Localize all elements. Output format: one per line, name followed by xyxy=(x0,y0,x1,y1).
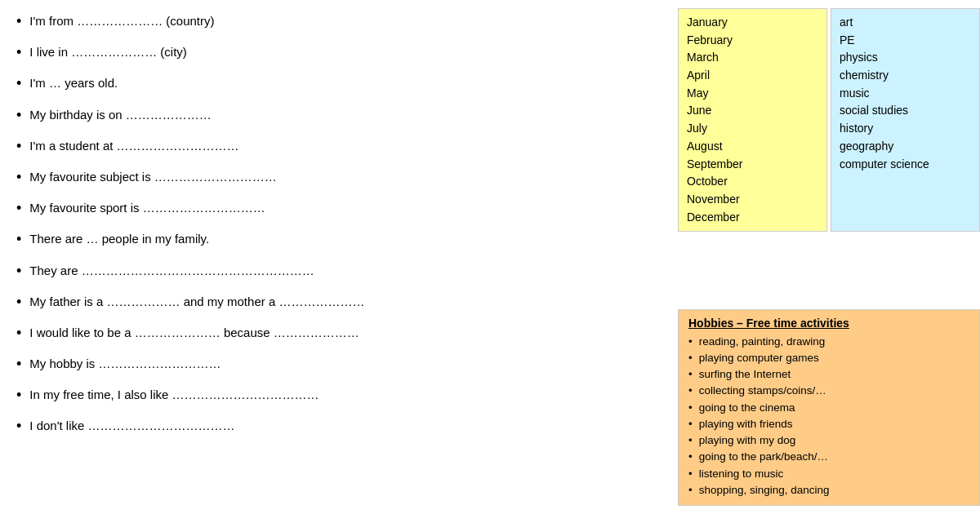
month-item: February xyxy=(687,32,818,50)
month-item: March xyxy=(687,49,818,67)
hobby-item: surfing the Internet xyxy=(688,366,969,383)
sentence-item: My birthday is on ………………… xyxy=(16,106,662,126)
left-column: I'm from ………………… (country)I live in …………… xyxy=(16,8,678,506)
subject-item: history xyxy=(840,120,971,138)
month-item: April xyxy=(687,67,818,85)
hobby-item: going to the cinema xyxy=(688,400,969,416)
month-item: May xyxy=(687,85,818,103)
month-item: November xyxy=(687,191,818,209)
hobby-item: collecting stamps/coins/… xyxy=(688,383,969,399)
sentence-item: I would like to be a ………………… because ………… xyxy=(16,324,662,343)
hobby-item: playing with friends xyxy=(688,416,969,432)
top-boxes: JanuaryFebruaryMarchAprilMayJuneJulyAugu… xyxy=(678,8,980,232)
months-box: JanuaryFebruaryMarchAprilMayJuneJulyAugu… xyxy=(678,8,827,232)
subject-item: social studies xyxy=(840,102,971,120)
hobbies-box: Hobbies – Free time activities reading, … xyxy=(678,309,980,507)
sentence-item: My favourite sport is ………………………… xyxy=(16,199,662,219)
month-item: August xyxy=(687,138,818,156)
subject-item: physics xyxy=(840,49,971,67)
hobby-item: listening to music xyxy=(688,466,969,482)
month-item: July xyxy=(687,120,818,138)
right-column: JanuaryFebruaryMarchAprilMayJuneJulyAugu… xyxy=(678,8,980,506)
subject-item: geography xyxy=(840,138,971,156)
month-item: December xyxy=(687,209,818,227)
sentence-item: I'm … years old. xyxy=(16,74,662,94)
sentence-item: In my free time, I also like ……………………………… xyxy=(16,386,662,405)
subject-item: music xyxy=(840,85,971,103)
subject-item: PE xyxy=(840,32,971,50)
hobby-item: shopping, singing, dancing xyxy=(688,482,969,498)
month-item: September xyxy=(687,156,818,174)
sentence-item: My hobby is ………………………… xyxy=(16,355,662,374)
hobby-item: playing computer games xyxy=(688,350,969,366)
hobby-item: going to the park/beach/… xyxy=(688,449,969,465)
sentence-item: There are … people in my family. xyxy=(16,230,662,250)
hobby-item: playing with my dog xyxy=(688,432,969,449)
sentence-item: I don't like ……………………………… xyxy=(16,417,662,436)
sentence-item: I'm from ………………… (country) xyxy=(16,12,662,32)
hobbies-list: reading, painting, drawingplaying comput… xyxy=(688,334,969,499)
sentence-item: I live in ………………… (city) xyxy=(16,43,662,63)
subject-item: art xyxy=(840,14,971,32)
sentence-item: My favourite subject is ………………………… xyxy=(16,168,662,188)
hobbies-title: Hobbies – Free time activities xyxy=(688,317,969,330)
subject-item: chemistry xyxy=(840,67,971,85)
main-layout: I'm from ………………… (country)I live in …………… xyxy=(0,0,980,514)
sentence-item: My father is a ……………… and my mother a ……… xyxy=(16,293,662,312)
subject-item: computer science xyxy=(840,156,971,174)
subjects-box: artPEphysicschemistrymusicsocial studies… xyxy=(831,8,980,232)
sentence-list: I'm from ………………… (country)I live in …………… xyxy=(16,12,662,437)
sentence-item: I'm a student at ………………………… xyxy=(16,137,662,157)
month-item: October xyxy=(687,173,818,191)
hobby-item: reading, painting, drawing xyxy=(688,334,969,350)
month-item: January xyxy=(687,14,818,32)
sentence-item: They are ………………………………………………… xyxy=(16,262,662,281)
month-item: June xyxy=(687,102,818,120)
